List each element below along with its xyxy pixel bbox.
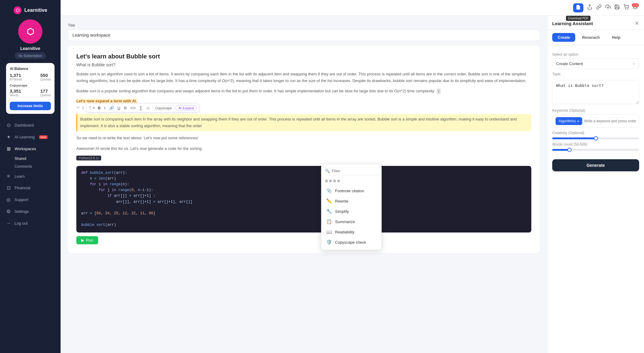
code-format-button[interactable]: </>	[129, 105, 137, 111]
simplify-label: Simplify	[335, 209, 349, 214]
sidebar-nav: ⊙ Dashboard ✦ AI Learning New ⊞ Workspac…	[0, 119, 61, 229]
words-count-slider-fill	[552, 149, 569, 151]
notifications-button[interactable]: 116	[632, 4, 638, 11]
user-name: Learnitive	[20, 46, 40, 51]
upload-button[interactable]	[605, 4, 611, 11]
sidebar-item-workspaces[interactable]: ⊞ Workspaces	[0, 143, 61, 155]
copyscape-balance-row: 3,351 Words 177 Queries	[10, 88, 51, 97]
editor-paragraph-1: Bubble sort is an algorithm used to sort…	[76, 71, 531, 84]
copyscape-toolbar-button[interactable]: Copyscape	[152, 105, 174, 111]
svg-point-4	[625, 9, 626, 9]
ai-expand-toolbar-button[interactable]: AI Expand	[176, 105, 197, 111]
logout-icon: →	[5, 220, 12, 226]
keywords-input-area[interactable]: Algorithms ×	[552, 114, 639, 128]
paragraph-2-text: Bubble sort is a popular sorting algorit…	[76, 89, 434, 93]
topic-input[interactable]: What is Bubble sort?	[552, 80, 639, 104]
queries-label: Queries	[40, 78, 51, 81]
sidebar-item-financial[interactable]: ⊡ Financial	[0, 182, 61, 194]
sidebar-item-shared[interactable]: Shared	[0, 155, 61, 163]
drag-handle-icon[interactable]: ⠿	[81, 106, 85, 111]
logout-label: Log out	[15, 221, 28, 226]
align-left-button[interactable]: ≡	[325, 178, 328, 184]
sidebar-item-comments[interactable]: Comments	[0, 163, 61, 170]
creativity-slider-track[interactable]	[552, 137, 639, 139]
sidebar-item-learn[interactable]: ≡ Learn	[0, 170, 61, 182]
strikethrough-button[interactable]: S	[123, 105, 128, 111]
code-line-10: bubble sort(arr)	[81, 222, 526, 228]
code-line-3: for i in range(n):	[81, 182, 526, 187]
link-format-button[interactable]: 🔗	[108, 105, 115, 111]
tab-help[interactable]: Help	[606, 33, 626, 42]
financial-icon: ⊡	[5, 185, 12, 191]
keyword-input[interactable]	[584, 117, 636, 125]
dropdown-filter-input[interactable]	[332, 169, 378, 173]
align-right-button[interactable]: ≡	[333, 178, 336, 184]
share-button[interactable]	[587, 4, 593, 11]
words-count-label: Words count (50-500)	[552, 142, 639, 147]
shared-label: Shared	[15, 157, 26, 161]
dropdown-item-simplify[interactable]: 🔧 Simplify	[321, 206, 381, 216]
cart-button[interactable]	[623, 4, 629, 11]
run-button[interactable]: ▶ Run	[76, 236, 98, 244]
code-lang-label: Python(3.8.1)	[76, 156, 101, 160]
title-input[interactable]	[68, 29, 540, 41]
bold-button[interactable]: B	[97, 105, 102, 111]
dropdown-item-summarize[interactable]: 📋 Summarize	[321, 216, 381, 227]
words-count-slider-track[interactable]	[552, 149, 639, 151]
creativity-label: Creativity (Optional)	[552, 131, 639, 135]
align-center-button[interactable]: ≡	[329, 178, 332, 184]
code-line-6: arr[j], arr[j+1] = arr[j+1], arr[j]	[81, 199, 526, 205]
sidebar-item-support[interactable]: ◎ Support	[0, 194, 61, 206]
footnote-icon: 📎	[326, 188, 332, 193]
run-label: Run	[86, 238, 93, 242]
creativity-slider-thumb[interactable]	[594, 136, 598, 140]
readability-label: Readability	[335, 230, 354, 234]
tab-create[interactable]: Create	[552, 33, 575, 42]
increase-limits-button[interactable]: Increase limits	[10, 102, 51, 110]
sidebar-item-settings[interactable]: ⚙ Settings	[0, 206, 61, 217]
learn-icon: ≡	[5, 173, 12, 179]
dropdown-item-readability[interactable]: 📖 Readability	[321, 227, 381, 237]
code-line-5: if arr[j] > arr[j+1] :	[81, 193, 526, 199]
ai-balance-row: 1,371 AI Words 550 Queries	[10, 73, 51, 81]
workspaces-label: Workspaces	[15, 147, 36, 151]
dropdown-align-row: ≡ ≡ ≡ ≡	[321, 176, 381, 186]
avatar-icon: ⬡	[27, 27, 34, 37]
emoji-button[interactable]: ☺	[145, 105, 151, 111]
words-count-slider-thumb[interactable]	[567, 148, 572, 152]
logo-icon: ⬡	[13, 6, 22, 15]
code-line-8: arr = [64, 34, 25, 12, 22, 11, 90]	[81, 211, 526, 216]
sidebar-item-ai-learning[interactable]: ✦ AI Learning New	[0, 131, 61, 143]
ai-learning-label: AI Learning	[15, 135, 35, 139]
creativity-section: Creativity (Optional)	[552, 131, 639, 139]
copyscape-title: Copyscape	[10, 84, 51, 87]
ai-words-label: AI Words	[10, 78, 22, 81]
ai-words-col: 1,371 AI Words	[10, 73, 22, 81]
math-button[interactable]: ∑	[138, 105, 144, 111]
download-pdf-button[interactable]: Download PDF	[573, 3, 583, 12]
keyword-tag-remove[interactable]: ×	[577, 119, 579, 124]
underline-button[interactable]: U	[116, 105, 121, 111]
save-button[interactable]	[614, 4, 620, 11]
panel-close-button[interactable]: ✕	[635, 20, 639, 27]
title-label: Title	[68, 23, 540, 28]
editor-paragraph-2: Bubble sort is a popular sorting algorit…	[76, 88, 531, 94]
dropdown-item-copyscape[interactable]: 🛡️ Copyscape check	[321, 237, 381, 247]
link-button[interactable]	[596, 4, 602, 11]
app-name: Learnitive	[24, 8, 47, 13]
tab-research[interactable]: Reserach	[576, 33, 605, 42]
dropdown-item-rewrite[interactable]: ✏️ Rewrite	[321, 196, 381, 206]
topic-label: Topic	[552, 72, 639, 76]
learn-label: Learn	[15, 174, 25, 179]
content-type-select[interactable]: Create Content	[552, 58, 639, 69]
sidebar-item-dashboard[interactable]: ⊙ Dashboard	[0, 119, 61, 131]
generate-button[interactable]: Generate	[552, 159, 639, 171]
add-block-icon[interactable]: +	[76, 105, 80, 111]
dropdown-item-footnote[interactable]: 📎 Footnote citation	[321, 186, 381, 196]
align-justify-button[interactable]: ≡	[337, 178, 340, 184]
awesome-note: Awesome! AI wrote this for us. Let's now…	[76, 145, 531, 152]
italic-button[interactable]: I	[103, 105, 107, 111]
sidebar-item-logout[interactable]: → Log out	[0, 217, 61, 229]
keywords-label: Keywords (Optional)	[552, 108, 639, 113]
copyscape-words-count: 3,351	[10, 88, 21, 94]
